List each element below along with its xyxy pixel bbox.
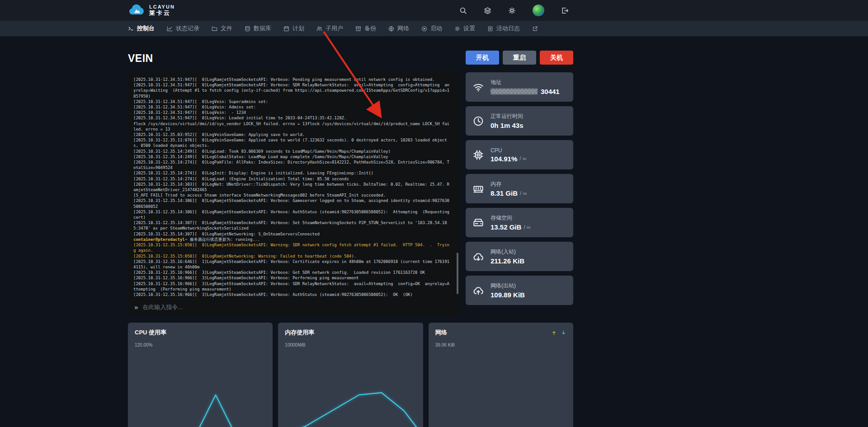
console-input-row: »	[128, 298, 460, 316]
console-line: [2025.10.31-12.34.51:947][ 0]LogVein: Su…	[133, 99, 451, 104]
console-line: [2025.10.31-12.34.51:947][ 0]LogRamjetSt…	[133, 77, 451, 82]
console-line: [2025.10.31-12.35.14:306][ 0]LogRamjetSt…	[133, 198, 451, 209]
tab-files[interactable]: 文件	[212, 21, 232, 36]
tab-network[interactable]: 网络	[388, 21, 409, 36]
tab-label: 计划	[292, 24, 304, 33]
cogs-icon	[454, 26, 460, 32]
tab-label: 文件	[221, 24, 232, 33]
memory-icon	[473, 183, 484, 194]
search-icon[interactable]	[459, 7, 467, 14]
console-line: [2025.10.31-12.35.14:274][ 0]LogPakFile:…	[133, 160, 451, 170]
chart-card-cpu-usage: CPU 使用率 120.00%	[128, 323, 273, 427]
avatar[interactable]	[533, 5, 544, 16]
stat-label: 正常运行时间	[491, 113, 524, 120]
tab-settings[interactable]: 设置	[454, 21, 475, 36]
stat-label: 内存	[491, 180, 527, 188]
start-button[interactable]: 开机	[466, 51, 499, 65]
tab-backups[interactable]: 备份	[355, 21, 376, 36]
stat-card-net-outbound: 网络(出站) 109.89 KiB	[466, 276, 573, 305]
chart-legend	[551, 330, 566, 336]
cogs-icon[interactable]	[508, 7, 516, 14]
tab-label: 控制台	[137, 24, 155, 33]
signout-icon[interactable]	[561, 7, 569, 14]
console-line: [2025.10.31-12.35.15:050][ 0]LogRamjetSt…	[133, 242, 451, 253]
stat-limit: / ∞	[520, 190, 527, 197]
drive-icon	[473, 217, 484, 228]
console: [2025.10.31-12.34.51:947][ 0]LogRamjetSt…	[128, 72, 460, 316]
chip-icon	[473, 150, 484, 160]
tab-subusers[interactable]: 子用户	[316, 21, 343, 36]
wifi-icon	[473, 82, 484, 93]
console-line: [2025.10.31-12.34.51:947][ 0]LogRamjetSt…	[133, 82, 451, 99]
stat-label: 网络(出站)	[491, 282, 525, 290]
console-line: [2025.10.31-12.35.16:966][ 3]LogRamjetSt…	[133, 281, 451, 292]
brand-name-zh: 莱卡云	[149, 10, 175, 17]
tab-label: 状态记录	[176, 24, 199, 33]
console-log[interactable]: [2025.10.31-12.34.51:947][ 0]LogRamjetSt…	[128, 72, 460, 298]
page-title: VEIN	[128, 51, 460, 65]
console-line: [2025.10.31-12.35.16:966][ 3]LogRamjetSt…	[133, 292, 451, 297]
console-line: [2025.10.31-12.35.14:306][ 0]LogRamjetSt…	[133, 209, 451, 220]
folder-icon	[212, 26, 217, 32]
tab-label: 子用户	[326, 24, 343, 33]
container-prompt: container@pterodactyl~	[133, 237, 187, 242]
globe-icon	[388, 26, 394, 32]
usage-line-chart	[429, 368, 573, 427]
clipboard-icon	[487, 26, 493, 32]
console-line: [2025.10.31-12.35.14:307][ 0]LogRamjetSt…	[133, 220, 451, 231]
tab-label: 启动	[430, 24, 442, 33]
users-icon	[316, 26, 322, 32]
console-line: [2025.10.31-12.35.14:303][ 0]LogNet: UNe…	[133, 182, 451, 192]
restart-button[interactable]: 重启	[503, 51, 536, 65]
stat-value: 8.31 GiB / ∞	[491, 189, 527, 197]
stat-card-address: 地址 30441	[466, 72, 573, 102]
server-sidebar: 开机 重启 关机 地址 30441 正常运行时间 0h 1m 43s	[466, 51, 573, 316]
tab-schedules[interactable]: 计划	[283, 21, 304, 36]
upload-arrow-icon	[551, 330, 557, 336]
console-line: container@pterodactyl~ 服务器运行状态更新为: runni…	[133, 237, 451, 242]
layers-icon[interactable]	[484, 7, 491, 14]
console-line: [2025.10.31-12.34.51:947][ 0]LogVein: Ad…	[133, 104, 451, 110]
console-line: [2025.10.31-12.35.14:274][ 0]LogLoad: (E…	[133, 176, 451, 182]
database-icon	[245, 26, 250, 32]
stop-button[interactable]: 关机	[540, 51, 573, 65]
brand-logo[interactable]: LCAYUN 莱卡云	[128, 4, 175, 17]
stat-value: 109.89 KiB	[491, 291, 525, 299]
stat-card-disk: 存储空间 13.52 GiB / ∞	[466, 208, 573, 237]
server-subnav: 控制台 状态记录 文件 数据库 计划 子用户 备份 网络 启动 设置 活动日志	[0, 21, 868, 36]
brand-cloud-icon	[128, 4, 145, 16]
download-arrow-icon	[561, 330, 566, 336]
console-line: [2025.10.31-12.35.14:274][ 0]LogInit: Di…	[133, 170, 451, 176]
stat-value: 30441	[491, 88, 560, 95]
topbar-actions	[459, 5, 573, 16]
stat-limit: / ∞	[524, 224, 530, 230]
brand-name-en: LCAYUN	[149, 4, 175, 10]
power-buttons: 开机 重启 关机	[466, 51, 573, 65]
console-line: [2025.10.31-12.35.14:307][ 0]LogRamjetNe…	[133, 231, 451, 237]
usage-charts-row: CPU 使用率 120.00% 内存使用率 10000MiB 网络 3	[128, 323, 573, 427]
tab-external-link[interactable]	[532, 21, 538, 36]
tab-console[interactable]: 控制台	[128, 21, 155, 36]
chevrons-right-icon: »	[134, 303, 138, 311]
tab-startup[interactable]: 启动	[421, 21, 442, 36]
tab-activity-log[interactable]: 活动日志	[487, 21, 520, 36]
console-line: [2025.10.31-12.35.16:966][ 3]LogRamjetSt…	[133, 275, 451, 281]
stat-value: 211.26 KiB	[491, 257, 524, 265]
chart-title: CPU 使用率	[135, 328, 166, 337]
chart-title: 内存使用率	[285, 328, 314, 337]
stat-value: 104.91% / ∞	[491, 155, 526, 163]
command-input[interactable]	[142, 304, 454, 310]
usage-line-chart	[278, 368, 423, 427]
console-scrollbar[interactable]	[457, 253, 458, 294]
chart-y-max-label: 120.00%	[135, 343, 266, 347]
console-line: [2025.10.31-12.35.16:646][ 1]LogRamjetSt…	[133, 259, 451, 270]
terminal-icon	[128, 26, 134, 32]
stat-label: 存储空间	[491, 214, 531, 222]
tab-databases[interactable]: 数据库	[245, 21, 271, 36]
chart-icon	[167, 26, 173, 32]
tab-status-log[interactable]: 状态记录	[167, 21, 199, 36]
console-line: [2025.10.31-12.35.11:076][ 0]LogVeinSave…	[133, 137, 451, 148]
console-line: [2025.10.31-12.35.03:952][ 0]LogVeinSave…	[133, 132, 451, 137]
tab-label: 设置	[463, 24, 475, 33]
console-line: [2025.10.31-12.35.16:966][ 3]LogRamjetSt…	[133, 270, 451, 275]
